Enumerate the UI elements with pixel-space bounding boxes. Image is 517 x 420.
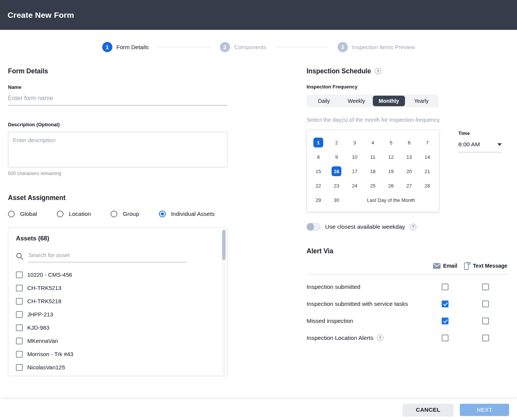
stepper-connector xyxy=(276,47,329,47)
alert-row-help-icon[interactable]: ? xyxy=(377,335,383,341)
closest-weekday-toggle[interactable] xyxy=(307,223,320,231)
form-name-input[interactable] xyxy=(8,93,227,105)
email-checkbox-cell xyxy=(428,301,462,307)
calendar-day[interactable]: 25 xyxy=(364,178,382,193)
calendar-day-number: 9 xyxy=(332,152,341,162)
frequency-option-monthly[interactable]: Monthly xyxy=(373,96,405,106)
calendar-day[interactable]: 29 xyxy=(309,193,327,207)
calendar-day[interactable]: 6 xyxy=(400,135,418,150)
asset-checkbox[interactable] xyxy=(16,338,23,344)
radio-individual-assets[interactable]: Individual Assets xyxy=(159,211,215,217)
calendar-day[interactable]: 20 xyxy=(400,164,418,178)
radio-label: Group xyxy=(123,211,139,217)
radio-circle xyxy=(57,211,64,217)
closest-weekday-help-icon[interactable]: ? xyxy=(410,224,416,230)
frequency-option-yearly[interactable]: Yearly xyxy=(405,96,438,106)
text-message-checkbox[interactable] xyxy=(482,318,489,324)
email-checkbox[interactable] xyxy=(442,284,448,290)
calendar-day[interactable]: 9 xyxy=(327,150,346,164)
step-number: 2 xyxy=(220,42,230,52)
stepper-step-inspection-items-preview[interactable]: 3Inspection Items Preview xyxy=(338,42,415,52)
assets-scrollbar[interactable] xyxy=(222,229,226,375)
calendar-day-number: 28 xyxy=(422,181,432,191)
calendar-day[interactable]: 7 xyxy=(418,135,436,150)
radio-location[interactable]: Location xyxy=(57,211,91,217)
asset-checkbox[interactable] xyxy=(16,324,23,331)
day-of-month-calendar: 1234567891011121314151617181920212223242… xyxy=(307,130,439,212)
text-message-column-label: Text Message xyxy=(473,263,508,269)
cancel-button[interactable]: CANCEL xyxy=(403,404,453,416)
main-content: Form Details Name Description (Optional)… xyxy=(0,67,517,376)
asset-checkbox[interactable] xyxy=(16,351,23,358)
asset-list-item[interactable]: KJD-983 xyxy=(16,321,220,334)
description-input[interactable] xyxy=(8,132,227,167)
calendar-day[interactable]: 15 xyxy=(309,164,327,178)
calendar-day[interactable]: 10 xyxy=(346,150,364,164)
asset-list-item[interactable]: JHPP-213 xyxy=(16,308,220,321)
asset-list-item[interactable]: Morrison - Trk #43 xyxy=(16,347,220,361)
assets-count-heading: Assets (68) xyxy=(16,235,220,242)
asset-list-item[interactable]: CH-TRK5218 xyxy=(16,294,220,308)
radio-group[interactable]: Group xyxy=(111,211,139,217)
text-message-checkbox[interactable] xyxy=(482,301,489,307)
text-message-checkbox[interactable] xyxy=(482,284,489,290)
calendar-day[interactable]: 19 xyxy=(382,164,400,178)
frequency-option-weekly[interactable]: Weekly xyxy=(340,96,373,106)
calendar-day[interactable]: 5 xyxy=(382,135,400,150)
calendar-day[interactable]: 12 xyxy=(382,150,400,164)
text-message-checkbox[interactable] xyxy=(482,335,489,341)
calendar-day[interactable]: 18 xyxy=(364,164,382,178)
calendar-day[interactable]: 16 xyxy=(327,164,346,178)
calendar-day[interactable]: 8 xyxy=(309,150,327,164)
alert-row: Inspection Location Alerts? xyxy=(307,329,509,346)
calendar-day[interactable]: 28 xyxy=(418,178,436,193)
asset-checkbox[interactable] xyxy=(16,271,23,278)
stepper-step-form-details[interactable]: 1Form Details xyxy=(102,42,149,52)
asset-checkbox[interactable] xyxy=(16,298,23,305)
calendar-day[interactable]: 22 xyxy=(309,178,327,193)
calendar-day[interactable]: 3 xyxy=(346,135,364,150)
assets-panel: Assets (68) 10220 - CMS-456CH-TRK5213CH-… xyxy=(8,228,227,376)
radio-global[interactable]: Global xyxy=(8,211,37,217)
asset-list-item[interactable]: CH-TRK5213 xyxy=(16,281,220,294)
time-select[interactable]: 8:00 AM xyxy=(458,141,502,152)
calendar-day[interactable]: 14 xyxy=(418,150,436,164)
calendar-day[interactable]: 27 xyxy=(400,178,418,193)
asset-list-item[interactable]: NicolasVan125 xyxy=(16,361,220,374)
calendar-last-day-option[interactable]: Last Day of the Month xyxy=(346,193,436,207)
email-checkbox[interactable] xyxy=(442,318,448,324)
asset-checkbox[interactable] xyxy=(16,285,23,291)
calendar-day[interactable]: 30 xyxy=(327,193,346,207)
alert-via-heading: Alert Via xyxy=(307,247,509,255)
asset-list: 10220 - CMS-456CH-TRK5213CH-TRK5218JHPP-… xyxy=(16,268,220,374)
calendar-day[interactable]: 4 xyxy=(364,135,382,150)
asset-assignment-radios: GlobalLocationGroupIndividual Assets xyxy=(8,211,227,217)
frequency-option-daily[interactable]: Daily xyxy=(308,96,340,106)
email-checkbox[interactable] xyxy=(442,301,448,307)
calendar-day[interactable]: 24 xyxy=(346,178,364,193)
calendar-day[interactable]: 21 xyxy=(418,164,436,178)
calendar-day[interactable]: 2 xyxy=(327,135,346,150)
asset-search-input[interactable] xyxy=(28,250,187,262)
calendar-day[interactable]: 13 xyxy=(400,150,418,164)
email-checkbox-cell xyxy=(428,284,462,290)
stepper-step-components[interactable]: 2Components xyxy=(220,42,266,52)
radio-label: Global xyxy=(20,211,37,217)
asset-list-item[interactable]: 10220 - CMS-456 xyxy=(16,268,220,281)
calendar-day-number: 29 xyxy=(313,195,323,205)
calendar-day[interactable]: 23 xyxy=(327,178,346,193)
asset-checkbox[interactable] xyxy=(16,364,23,371)
next-button[interactable]: NEXT xyxy=(460,404,509,416)
assets-scrollbar-thumb[interactable] xyxy=(222,230,226,260)
calendar-day-number: 19 xyxy=(386,166,396,176)
calendar-day[interactable]: 17 xyxy=(346,164,364,178)
asset-list-item[interactable]: MKennaVan xyxy=(16,334,220,347)
calendar-day[interactable]: 26 xyxy=(382,178,400,193)
inspection-schedule-help-icon[interactable]: ? xyxy=(375,68,381,74)
calendar-day[interactable]: 1 xyxy=(309,135,327,150)
asset-checkbox[interactable] xyxy=(16,311,23,318)
time-label: Time xyxy=(458,130,502,136)
calendar-day[interactable]: 11 xyxy=(364,150,382,164)
asset-name: 10220 - CMS-456 xyxy=(27,271,72,278)
email-checkbox[interactable] xyxy=(442,335,448,341)
